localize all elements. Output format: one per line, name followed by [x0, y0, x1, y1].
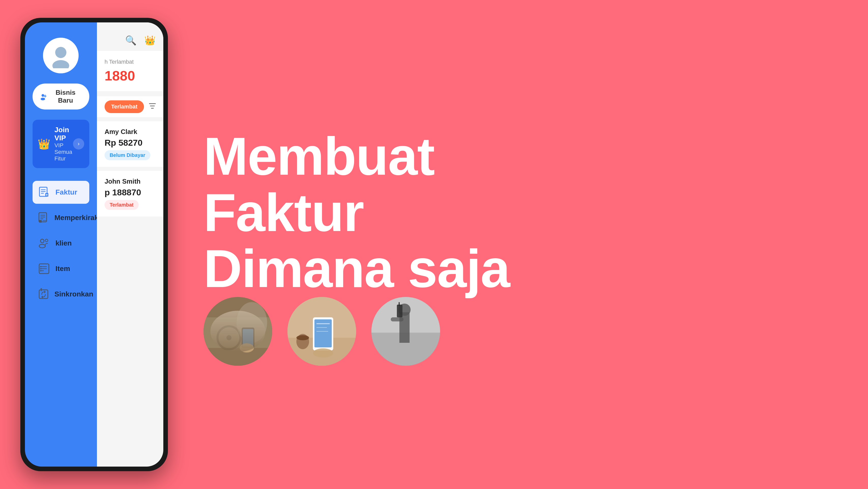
sidebar-faktur-label: Faktur — [56, 188, 78, 196]
invoice-amount-2: p 188870 — [104, 188, 156, 197]
filter-row: Terlambat — [97, 96, 163, 117]
invoice-client-2: John Smith — [104, 177, 156, 185]
status-badge-2: Terlambat — [104, 200, 138, 210]
invoice-client-1: Amy Clark — [104, 128, 156, 136]
svg-point-22 — [45, 239, 48, 242]
photo-outdoor — [371, 297, 440, 366]
estimate-icon — [38, 211, 49, 224]
svg-point-3 — [41, 97, 45, 100]
svg-point-46 — [297, 335, 309, 340]
avatar — [43, 38, 79, 74]
photos-row — [204, 297, 837, 366]
sidebar-item-sinkronkan[interactable]: Sinkronkan — [33, 283, 89, 306]
svg-point-29 — [40, 270, 41, 271]
svg-point-39 — [237, 302, 267, 343]
svg-point-27 — [40, 266, 41, 267]
sync-icon — [38, 288, 49, 300]
sidebar-item-klien[interactable]: klien — [33, 232, 89, 255]
client-icon — [38, 237, 50, 250]
vip-title: Join VIP — [55, 126, 73, 142]
vip-card[interactable]: 👑 Join VIP VIP Semua Fitur › — [33, 120, 89, 168]
svg-point-1 — [53, 60, 69, 68]
status-badge-1: Belum Dibayar — [104, 150, 150, 160]
svg-point-31 — [40, 288, 42, 289]
phone-frame: Bisnis Baru 👑 Join VIP VIP Semua Fitur › — [20, 18, 168, 471]
item-icon — [38, 262, 50, 275]
vip-text: Join VIP VIP Semua Fitur — [55, 126, 73, 162]
sidebar: Bisnis Baru 👑 Join VIP VIP Semua Fitur › — [25, 22, 97, 467]
crown-icon: 👑 — [38, 138, 50, 150]
phone-section: Bisnis Baru 👑 Join VIP VIP Semua Fitur › — [0, 0, 173, 489]
sidebar-klien-label: klien — [56, 239, 72, 247]
svg-point-52 — [313, 348, 333, 357]
vip-crown-icon[interactable]: 👑 — [144, 35, 156, 46]
photo-table — [287, 297, 356, 366]
svg-point-0 — [55, 47, 66, 58]
svg-rect-36 — [204, 317, 272, 348]
nav-items: Faktur — [33, 181, 89, 306]
car-photo-svg — [204, 297, 272, 366]
headline-line1: Membuat — [204, 128, 837, 185]
table-photo-svg — [287, 297, 356, 366]
outdoor-photo-svg — [371, 297, 440, 366]
headline-line3: Dimana saja — [204, 241, 837, 297]
stats-value: 1880 — [104, 68, 156, 84]
headline: Membuat Faktur Dimana saja — [204, 128, 837, 297]
headline-line2: Faktur — [204, 185, 837, 241]
photo-car — [204, 297, 272, 366]
sidebar-sync-label: Sinkronkan — [55, 290, 93, 298]
sidebar-item-label: Item — [56, 265, 70, 273]
search-icon[interactable]: 🔍 — [125, 35, 136, 46]
main-panel: 🔍 👑 h Terlambat 1880 Terlambat — [97, 22, 163, 467]
faktur-icon — [38, 186, 50, 199]
sidebar-item-faktur[interactable]: Faktur — [33, 181, 89, 204]
svg-point-21 — [39, 244, 45, 248]
filter-icon[interactable] — [148, 102, 157, 112]
sidebar-item-memperkirakan[interactable]: Memperkirakan — [33, 206, 89, 229]
svg-point-28 — [40, 268, 41, 269]
add-user-icon — [40, 93, 47, 100]
filter-late-button[interactable]: Terlambat — [104, 100, 144, 113]
invoice-card-2[interactable]: John Smith p 188870 Terlambat — [97, 171, 163, 217]
invoice-amount-1: Rp 58270 — [104, 138, 156, 148]
phone-inner: Bisnis Baru 👑 Join VIP VIP Semua Fitur › — [25, 22, 163, 467]
svg-point-42 — [240, 343, 254, 352]
invoice-card-1[interactable]: Amy Clark Rp 58270 Belum Dibayar — [97, 121, 163, 167]
vip-arrow-icon[interactable]: › — [73, 138, 84, 149]
svg-point-37 — [218, 326, 240, 349]
svg-rect-17 — [39, 220, 42, 223]
svg-rect-40 — [242, 327, 254, 348]
svg-point-38 — [226, 335, 231, 340]
bisnis-baru-button[interactable]: Bisnis Baru — [33, 84, 89, 110]
bisnis-baru-label: Bisnis Baru — [49, 89, 82, 105]
stats-section: h Terlambat 1880 — [97, 51, 163, 91]
svg-rect-59 — [391, 317, 403, 321]
main-header: 🔍 👑 — [97, 22, 163, 51]
avatar-icon — [48, 43, 73, 68]
svg-rect-41 — [243, 329, 253, 346]
svg-rect-57 — [397, 305, 402, 317]
right-section: Membuat Faktur Dimana saja — [173, 103, 868, 386]
sidebar-item-item[interactable]: Item — [33, 257, 89, 280]
stats-label: h Terlambat — [104, 59, 156, 65]
svg-point-20 — [40, 239, 44, 243]
vip-subtitle: VIP Semua Fitur — [55, 142, 73, 162]
svg-rect-58 — [399, 302, 400, 306]
